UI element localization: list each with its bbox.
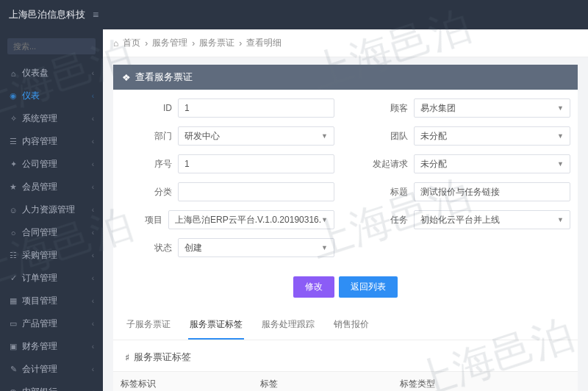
- nav-icon: ✓: [9, 273, 18, 283]
- hamburger-icon[interactable]: ≡: [93, 9, 98, 21]
- sidebar-item-label: 产品管理: [22, 318, 57, 330]
- select-project[interactable]: 上海邑泊ERP云平台.V.1.0.20190316.▼: [168, 210, 334, 229]
- field-title[interactable]: 测试报价与任务链接: [414, 182, 570, 201]
- field-id[interactable]: 1: [178, 98, 334, 118]
- chevron-right-icon: ‹: [92, 69, 94, 77]
- select-request[interactable]: 未分配▼: [414, 154, 570, 173]
- sidebar-item-label: 会员管理: [22, 181, 57, 193]
- tab-processing[interactable]: 服务处理跟踪: [260, 311, 316, 340]
- col-tag-id: 标签标识: [113, 372, 253, 391]
- label-team: 团队: [356, 130, 408, 143]
- chevron-right-icon: ‹: [92, 388, 94, 391]
- breadcrumb-home[interactable]: 首页: [123, 37, 140, 49]
- sidebar-item-label: 项目管理: [22, 295, 57, 307]
- nav-icon: ◍: [9, 387, 18, 391]
- label-request: 发起请求: [356, 158, 408, 171]
- sidebar-item[interactable]: ○合同管理‹: [0, 221, 103, 244]
- edit-button[interactable]: 修改: [293, 276, 334, 298]
- back-button[interactable]: 返回列表: [339, 276, 398, 298]
- nav-icon: ☺: [9, 206, 18, 215]
- sidebar-item-label: 会计管理: [22, 363, 57, 376]
- chevron-down-icon: ▼: [321, 244, 328, 251]
- chevron-right-icon: ‹: [92, 160, 94, 168]
- sidebar-item[interactable]: ◍内部银行‹: [0, 381, 103, 391]
- sidebar-item-label: 系统管理: [22, 112, 57, 125]
- col-tag-type: 标签类型: [392, 372, 497, 391]
- nav-icon: ✎: [9, 365, 18, 374]
- label-id: ID: [121, 103, 172, 113]
- list-icon: ♯: [125, 352, 129, 363]
- nav-icon: ▦: [9, 296, 18, 306]
- info-icon: ❖: [122, 72, 131, 83]
- sidebar-search: [7, 38, 96, 54]
- sidebar-item-label: 仪表盘: [22, 67, 49, 79]
- select-dept[interactable]: 研发中心▼: [178, 126, 334, 146]
- sidebar-item[interactable]: ▦项目管理‹: [0, 290, 103, 312]
- panel-header: ❖ 查看服务票证: [113, 65, 578, 90]
- tab-sales-quote[interactable]: 销售报价: [332, 311, 370, 340]
- chevron-right-icon: ‹: [92, 229, 94, 237]
- sidebar-item[interactable]: ☺人力资源管理‹: [0, 198, 103, 221]
- chevron-down-icon: ▼: [321, 132, 328, 140]
- breadcrumb-2[interactable]: 服务票证: [199, 37, 234, 49]
- sidebar-item[interactable]: ★会员管理‹: [0, 176, 103, 198]
- chevron-down-icon: ▼: [557, 132, 564, 140]
- label-category: 分类: [121, 186, 172, 198]
- topbar: 上海邑泊信息科技 ≡: [0, 0, 588, 29]
- sidebar-item[interactable]: ✓订单管理‹: [0, 267, 103, 290]
- field-category[interactable]: [178, 182, 334, 201]
- chevron-right-icon: ‹: [92, 342, 94, 351]
- sidebar-item[interactable]: ☰内容管理‹: [0, 130, 103, 153]
- nav-icon: ▣: [9, 342, 18, 351]
- sidebar-item-label: 人力资源管理: [22, 204, 75, 216]
- select-team[interactable]: 未分配▼: [414, 126, 570, 146]
- home-icon[interactable]: ⌂: [113, 38, 118, 49]
- select-task[interactable]: 初始化云平台并上线▼: [414, 210, 570, 229]
- col-tag-label: 标签: [253, 372, 392, 391]
- section-title: ♯ 服务票证标签: [113, 340, 578, 371]
- chevron-right-icon: ‹: [92, 92, 94, 100]
- sidebar-item-label: 公司管理: [22, 158, 57, 171]
- sidebar-item[interactable]: ✦公司管理‹: [0, 153, 103, 176]
- label-dept: 部门: [121, 130, 172, 143]
- nav-icon: ▭: [9, 319, 18, 329]
- brand-title: 上海邑泊信息科技: [9, 8, 85, 21]
- breadcrumb-3: 查看明细: [246, 37, 282, 49]
- chevron-right-icon: ‹: [92, 251, 94, 259]
- nav-icon: ✦: [9, 159, 18, 169]
- sidebar-item-label: 合同管理: [22, 226, 57, 239]
- tab-ticket-tags[interactable]: 服务票证标签: [188, 311, 244, 340]
- chevron-down-icon: ▼: [557, 104, 564, 112]
- chevron-right-icon: ‹: [92, 274, 94, 282]
- search-input[interactable]: [7, 38, 96, 54]
- label-task: 任务: [356, 214, 408, 226]
- panel: ❖ 查看服务票证 ID 1 顾客 易水集团▼: [113, 65, 578, 391]
- field-seq[interactable]: 1: [178, 154, 334, 173]
- sidebar-item[interactable]: ☷采购管理‹: [0, 244, 103, 267]
- tabs: 子服务票证 服务票证标签 服务处理跟踪 销售报价: [113, 311, 578, 340]
- tab-sub-ticket[interactable]: 子服务票证: [125, 311, 172, 340]
- nav-icon: ⌂: [9, 69, 18, 78]
- sidebar-item-label: 仪表: [22, 90, 40, 102]
- button-row: 修改 返回列表: [113, 270, 578, 311]
- nav-icon: ★: [9, 182, 18, 192]
- chevron-right-icon: ‹: [92, 320, 94, 328]
- chevron-right-icon: ‹: [92, 297, 94, 305]
- nav-icon: ☰: [9, 137, 18, 146]
- sidebar-item[interactable]: ✧系统管理‹: [0, 107, 103, 130]
- chevron-right-icon: ‹: [92, 365, 94, 373]
- sidebar-item[interactable]: ▣财务管理‹: [0, 335, 103, 358]
- nav-icon: ☷: [9, 251, 18, 260]
- chevron-down-icon: ▼: [557, 216, 564, 223]
- sidebar: ⌂仪表盘‹◉仪表‹✧系统管理‹☰内容管理‹✦公司管理‹★会员管理‹☺人力资源管理…: [0, 29, 103, 391]
- sidebar-item[interactable]: ▭产品管理‹: [0, 312, 103, 335]
- select-customer[interactable]: 易水集团▼: [414, 98, 570, 118]
- chevron-right-icon: ‹: [92, 206, 94, 214]
- sidebar-item-label: 内容管理: [22, 135, 57, 148]
- sidebar-item[interactable]: ⌂仪表盘‹: [0, 62, 103, 85]
- sidebar-item[interactable]: ◉仪表‹: [0, 85, 103, 107]
- tags-table: 标签标识 标签 标签类型 1邑泊云产品查看删除2修改缺陷售后服务查看删除: [113, 371, 578, 391]
- select-status[interactable]: 创建▼: [178, 238, 334, 257]
- sidebar-item[interactable]: ✎会计管理‹: [0, 358, 103, 381]
- breadcrumb-1[interactable]: 服务管理: [152, 37, 187, 49]
